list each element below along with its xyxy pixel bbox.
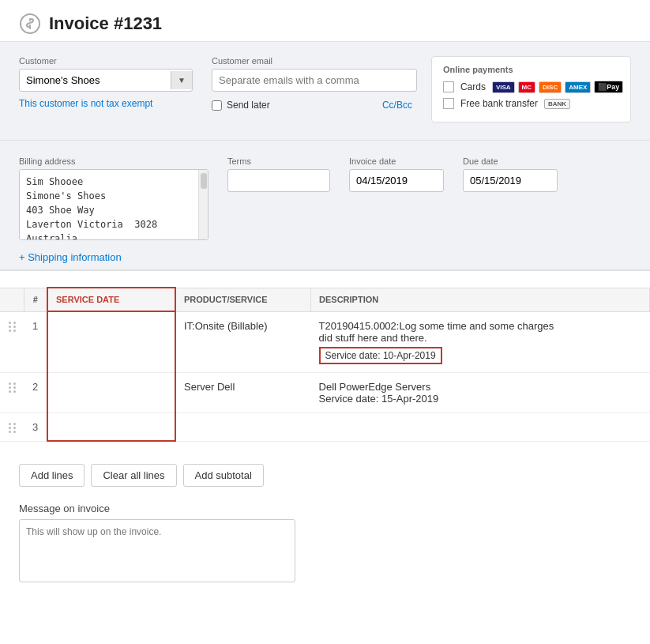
scrollbar-thumb	[201, 173, 207, 189]
drag-handle-cell[interactable]	[0, 372, 24, 412]
invoice-icon	[19, 13, 41, 35]
service-date-col-header: SERVICE DATE	[47, 288, 175, 311]
drag-handle-cell[interactable]	[0, 311, 24, 372]
page-title: Invoice #1231	[49, 13, 162, 34]
invoice-date-label: Invoice date	[349, 156, 444, 166]
row-num: 2	[24, 372, 47, 412]
due-date-group: Due date	[463, 156, 558, 192]
service-date-cell[interactable]	[47, 412, 175, 441]
card-icons: VISA MC DISC AMEX ⬛Pay	[492, 81, 623, 93]
customer-select[interactable]: ▼	[19, 69, 193, 92]
invoice-date-group: Invoice date	[349, 156, 444, 192]
product-col-header: PRODUCT/SERVICE	[175, 288, 311, 311]
send-later-checkbox[interactable]	[212, 100, 222, 111]
bank-transfer-row: Free bank transfer BANK	[443, 98, 619, 109]
form-section: Customer ▼ This customer is not tax exem…	[0, 41, 650, 141]
cards-label: Cards	[460, 81, 486, 92]
cc-bcc-link[interactable]: Cc/Bcc	[382, 100, 412, 111]
desc-line-2: did stuff here and there.	[319, 332, 642, 344]
billing-address-wrapper: Sim Shooee Simone's Shoes 403 Shoe Way L…	[19, 169, 209, 240]
online-payments-box: Online payments Cards VISA MC DISC AMEX …	[431, 56, 631, 122]
customer-email-label: Customer email	[212, 56, 412, 66]
service-date-cell[interactable]	[47, 372, 175, 412]
billing-address-scrollbar[interactable]	[198, 170, 208, 239]
customer-email-field-group: Customer email Send later Cc/Bcc	[212, 56, 412, 111]
cards-checkbox[interactable]	[443, 81, 454, 92]
description-col-header: DESCRIPTION	[311, 288, 650, 311]
shipping-link[interactable]: + Shipping information	[19, 251, 122, 263]
online-payments-title: Online payments	[443, 65, 619, 74]
clear-all-lines-button[interactable]: Clear all lines	[91, 464, 176, 487]
message-section: Message on invoice	[0, 496, 650, 601]
terms-field-group: Terms ▼	[227, 156, 330, 192]
drag-handle-icon[interactable]	[8, 320, 16, 332]
tax-exempt-link[interactable]: This customer is not tax exempt	[19, 98, 193, 109]
service-date-cell[interactable]	[47, 311, 175, 372]
invoice-table: # SERVICE DATE PRODUCT/SERVICE DESCRIPTI…	[0, 287, 650, 442]
description-cell[interactable]: Dell PowerEdge Servers Service date: 15-…	[311, 372, 650, 412]
cards-payment-row: Cards VISA MC DISC AMEX ⬛Pay	[443, 81, 619, 93]
description-cell[interactable]: T20190415.0002:Log some time and some ch…	[311, 311, 650, 372]
customer-label: Customer	[19, 56, 193, 66]
row-num: 3	[24, 412, 47, 441]
send-later-label: Send later	[227, 100, 270, 111]
address-section: Billing address Sim Shooee Simone's Shoe…	[0, 141, 650, 269]
desc-line-1: Dell PowerEdge Servers	[319, 381, 642, 393]
drag-handle-cell[interactable]	[0, 412, 24, 441]
table-row: 1 IT:Onsite (Billable) T20190415.0002:Lo…	[0, 311, 650, 372]
visa-icon: VISA	[492, 81, 515, 93]
billing-address-textarea[interactable]: Sim Shooee Simone's Shoes 403 Shoe Way L…	[20, 170, 198, 239]
row-num: 1	[24, 311, 47, 372]
terms-select[interactable]: ▼	[227, 169, 330, 192]
drag-handle-icon[interactable]	[8, 381, 16, 393]
due-date-input[interactable]	[463, 169, 558, 192]
table-row: 2 Server Dell Dell PowerEdge Servers Ser…	[0, 372, 650, 412]
applepay-icon: ⬛Pay	[594, 81, 623, 93]
product-cell[interactable]	[175, 412, 311, 441]
page-header: Invoice #1231	[0, 0, 650, 41]
message-label: Message on invoice	[19, 503, 631, 514]
customer-dropdown-arrow[interactable]: ▼	[171, 71, 192, 89]
desc-line-1: T20190415.0002:Log some time and some ch…	[319, 320, 642, 332]
desc-line-2: Service date: 15-Apr-2019	[319, 393, 642, 405]
bank-icon: BANK	[544, 99, 570, 109]
drag-col-header	[0, 288, 24, 311]
description-cell[interactable]	[311, 412, 650, 441]
discover-icon: DISC	[539, 81, 562, 93]
invoice-date-input[interactable]	[349, 169, 444, 192]
terms-input[interactable]	[228, 170, 330, 191]
customer-input[interactable]	[20, 70, 171, 91]
table-section: # SERVICE DATE PRODUCT/SERVICE DESCRIPTI…	[0, 269, 650, 454]
due-date-label: Due date	[463, 156, 558, 166]
billing-address-group: Billing address Sim Shooee Simone's Shoe…	[19, 156, 209, 240]
add-subtotal-button[interactable]: Add subtotal	[183, 464, 264, 487]
num-col-header: #	[24, 288, 47, 311]
product-cell[interactable]: Server Dell	[175, 372, 311, 412]
message-textarea[interactable]	[19, 519, 295, 582]
table-row: 3	[0, 412, 650, 441]
customer-email-input[interactable]	[212, 69, 417, 92]
customer-field-group: Customer ▼ This customer is not tax exem…	[19, 56, 193, 109]
drag-handle-icon[interactable]	[8, 421, 16, 433]
terms-label: Terms	[227, 156, 330, 166]
service-date-badge: Service date: 10-Apr-2019	[319, 347, 442, 364]
amex-icon: AMEX	[565, 81, 591, 93]
bank-transfer-checkbox[interactable]	[443, 98, 454, 109]
product-cell[interactable]: IT:Onsite (Billable)	[175, 311, 311, 372]
action-buttons: Add lines Clear all lines Add subtotal	[0, 454, 650, 496]
add-lines-button[interactable]: Add lines	[19, 464, 85, 487]
bank-transfer-label: Free bank transfer	[460, 98, 538, 109]
billing-address-label: Billing address	[19, 156, 209, 166]
mastercard-icon: MC	[518, 81, 535, 93]
